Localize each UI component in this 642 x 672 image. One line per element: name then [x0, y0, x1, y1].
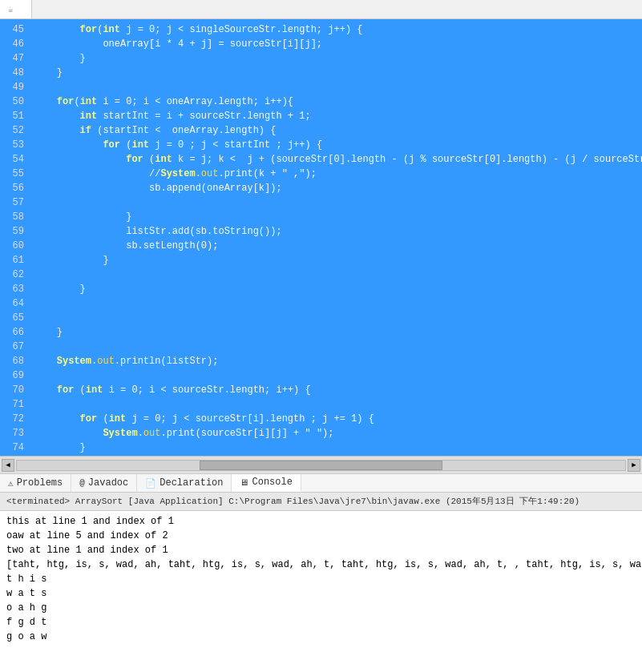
code-line: }: [34, 441, 637, 455]
javadoc-tab-icon: @: [79, 478, 85, 488]
console-panel: <terminated> ArraySort [Java Application…: [0, 493, 642, 671]
problems-tab-icon: ⚠: [8, 478, 14, 489]
line-number: 46: [5, 37, 24, 51]
line-number: 69: [5, 368, 24, 383]
bottom-tab-declaration[interactable]: 📄Declaration: [137, 474, 232, 492]
code-line: for(int j = 0; j < singleSourceStr.lengt…: [34, 22, 637, 37]
line-number: 73: [5, 426, 24, 441]
line-number: 75: [5, 455, 24, 456]
code-line: if (startInt < oneArray.length) {: [34, 123, 637, 138]
declaration-tab-label: Declaration: [159, 477, 223, 489]
line-number: 67: [5, 340, 24, 354]
code-content[interactable]: for(int j = 0; j < singleSourceStr.lengt…: [29, 19, 642, 456]
code-line: [34, 80, 637, 95]
code-line: }: [34, 66, 637, 80]
line-number: 72: [5, 412, 24, 426]
code-line: [34, 397, 637, 412]
code-line: sb.append(oneArray[k]);: [34, 181, 637, 195]
console-tab-icon: 🖥: [240, 477, 248, 488]
code-line: System.out.print(sourceStr[i][j] + " ");: [34, 426, 637, 441]
code-line: //System.out.print(k + " ,");: [34, 167, 637, 181]
line-number: 50: [5, 95, 24, 109]
line-number: 45: [5, 22, 24, 37]
bottom-tab-console[interactable]: 🖥Console: [232, 474, 301, 492]
code-editor: 4546474849505152535455565758596061626364…: [0, 19, 642, 456]
line-number: 52: [5, 123, 24, 138]
code-line: System.out.println();: [34, 455, 637, 456]
line-number: 65: [5, 311, 24, 325]
code-line: sb.setLength(0);: [34, 239, 637, 253]
file-tab[interactable]: ☕: [0, 0, 32, 18]
bottom-tab-bar: ⚠Problems@Javadoc📄Declaration🖥Console: [0, 473, 642, 493]
line-number: 64: [5, 296, 24, 311]
code-line: listStr.add(sb.toString());: [34, 224, 637, 239]
console-header: <terminated> ArraySort [Java Application…: [0, 493, 642, 511]
line-number: 56: [5, 181, 24, 195]
code-line: [34, 311, 637, 325]
line-number: 55: [5, 167, 24, 181]
code-line: }: [34, 253, 637, 268]
bottom-tab-problems[interactable]: ⚠Problems: [0, 474, 71, 492]
code-line: [34, 268, 637, 282]
javadoc-tab-label: Javadoc: [88, 477, 128, 489]
console-tab-label: Console: [252, 477, 292, 488]
line-number: 57: [5, 195, 24, 210]
line-number: 53: [5, 138, 24, 152]
code-line: }: [34, 325, 637, 340]
code-line: oneArray[i * 4 + j] = sourceStr[i][j];: [34, 37, 637, 51]
line-numbers: 4546474849505152535455565758596061626364…: [0, 19, 29, 456]
code-line: for (int k = j; k < j + (sourceStr[0].le…: [34, 152, 637, 167]
code-line: for (int j = 0; j < sourceStr[i].length …: [34, 412, 637, 426]
line-number: 70: [5, 383, 24, 397]
code-line: }: [34, 282, 637, 296]
line-number: 62: [5, 268, 24, 282]
line-number: 61: [5, 253, 24, 268]
line-number: 66: [5, 325, 24, 340]
code-line: for(int i = 0; i < oneArray.length; i++)…: [34, 95, 637, 109]
line-number: 68: [5, 354, 24, 368]
scroll-track[interactable]: [16, 460, 626, 471]
console-output: this at line 1 and index of 1 oaw at lin…: [0, 511, 642, 647]
scroll-right-button[interactable]: ▶: [628, 459, 640, 472]
code-line: System.out.println(listStr);: [34, 354, 637, 368]
bottom-tab-javadoc[interactable]: @Javadoc: [71, 474, 137, 492]
horizontal-scrollbar[interactable]: ◀ ▶: [0, 456, 642, 473]
line-number: 71: [5, 397, 24, 412]
code-line: [34, 195, 637, 210]
code-line: [34, 340, 637, 354]
line-number: 47: [5, 51, 24, 66]
code-line: for (int i = 0; i < sourceStr.length; i+…: [34, 383, 637, 397]
code-line: for (int j = 0 ; j < startInt ; j++) {: [34, 138, 637, 152]
tab-bar: ☕: [0, 0, 642, 19]
line-number: 63: [5, 282, 24, 296]
code-line: }: [34, 210, 637, 224]
scroll-thumb[interactable]: [200, 461, 443, 470]
java-file-icon: ☕: [8, 4, 14, 14]
code-line: [34, 368, 637, 383]
scroll-left-button[interactable]: ◀: [2, 459, 14, 472]
line-number: 58: [5, 210, 24, 224]
line-number: 48: [5, 66, 24, 80]
line-number: 59: [5, 224, 24, 239]
problems-tab-label: Problems: [17, 477, 63, 489]
line-number: 51: [5, 109, 24, 123]
code-line: }: [34, 51, 637, 66]
line-number: 74: [5, 441, 24, 455]
declaration-tab-icon: 📄: [145, 478, 156, 489]
line-number: 54: [5, 152, 24, 167]
line-number: 49: [5, 80, 24, 95]
code-line: [34, 296, 637, 311]
line-number: 60: [5, 239, 24, 253]
code-line: int startInt = i + sourceStr.length + 1;: [34, 109, 637, 123]
